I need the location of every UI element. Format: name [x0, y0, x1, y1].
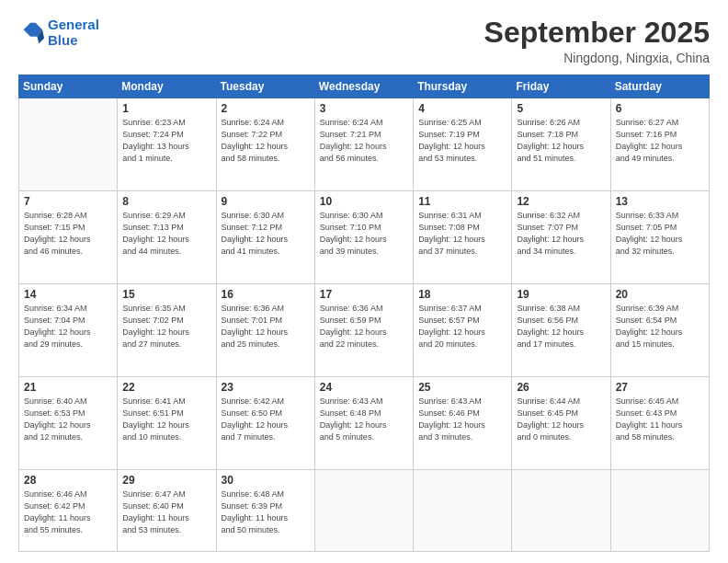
- day-info: Sunrise: 6:25 AM Sunset: 7:19 PM Dayligh…: [418, 117, 506, 165]
- calendar-cell: [610, 470, 709, 552]
- calendar-cell: 12Sunrise: 6:32 AM Sunset: 7:07 PM Dayli…: [512, 191, 610, 284]
- month-title: September 2025: [484, 17, 710, 49]
- day-number: 1: [122, 102, 210, 115]
- day-info: Sunrise: 6:41 AM Sunset: 6:51 PM Dayligh…: [122, 396, 210, 443]
- day-info: Sunrise: 6:32 AM Sunset: 7:07 PM Dayligh…: [517, 210, 605, 258]
- day-number: 6: [616, 102, 704, 115]
- day-number: 8: [122, 195, 210, 208]
- calendar-cell: 10Sunrise: 6:30 AM Sunset: 7:10 PM Dayli…: [314, 191, 413, 284]
- calendar-cell: [19, 98, 118, 191]
- calendar-cell: 9Sunrise: 6:30 AM Sunset: 7:12 PM Daylig…: [216, 191, 314, 284]
- week-row-5: 28Sunrise: 6:46 AM Sunset: 6:42 PM Dayli…: [19, 470, 710, 552]
- day-number: 29: [122, 474, 210, 487]
- day-info: Sunrise: 6:46 AM Sunset: 6:42 PM Dayligh…: [24, 488, 112, 536]
- day-info: Sunrise: 6:31 AM Sunset: 7:08 PM Dayligh…: [418, 210, 506, 258]
- day-info: Sunrise: 6:29 AM Sunset: 7:13 PM Dayligh…: [122, 210, 210, 258]
- day-number: 18: [418, 288, 506, 301]
- day-number: 4: [418, 102, 506, 115]
- calendar-cell: 28Sunrise: 6:46 AM Sunset: 6:42 PM Dayli…: [19, 470, 118, 552]
- header: General Blue September 2025 Ningdong, Ni…: [18, 17, 710, 65]
- day-number: 27: [616, 381, 704, 394]
- day-info: Sunrise: 6:33 AM Sunset: 7:05 PM Dayligh…: [616, 210, 704, 258]
- calendar-cell: 3Sunrise: 6:24 AM Sunset: 7:21 PM Daylig…: [314, 98, 413, 191]
- day-number: 14: [24, 288, 112, 301]
- calendar-cell: 16Sunrise: 6:36 AM Sunset: 7:01 PM Dayli…: [216, 284, 314, 377]
- calendar-cell: 13Sunrise: 6:33 AM Sunset: 7:05 PM Dayli…: [610, 191, 709, 284]
- day-number: 28: [24, 474, 112, 487]
- day-info: Sunrise: 6:38 AM Sunset: 6:56 PM Dayligh…: [517, 303, 605, 350]
- calendar-cell: 17Sunrise: 6:36 AM Sunset: 6:59 PM Dayli…: [314, 284, 413, 377]
- day-info: Sunrise: 6:34 AM Sunset: 7:04 PM Dayligh…: [24, 303, 112, 350]
- calendar-cell: 6Sunrise: 6:27 AM Sunset: 7:16 PM Daylig…: [610, 98, 709, 191]
- day-info: Sunrise: 6:39 AM Sunset: 6:54 PM Dayligh…: [616, 303, 704, 350]
- title-block: September 2025 Ningdong, Ningxia, China: [484, 17, 710, 65]
- week-row-4: 21Sunrise: 6:40 AM Sunset: 6:53 PM Dayli…: [19, 377, 710, 470]
- week-row-3: 14Sunrise: 6:34 AM Sunset: 7:04 PM Dayli…: [19, 284, 710, 377]
- calendar-cell: 15Sunrise: 6:35 AM Sunset: 7:02 PM Dayli…: [118, 284, 216, 377]
- page: General Blue September 2025 Ningdong, Ni…: [0, 0, 728, 563]
- calendar-cell: 14Sunrise: 6:34 AM Sunset: 7:04 PM Dayli…: [19, 284, 118, 377]
- weekday-tuesday: Tuesday: [216, 75, 314, 98]
- calendar-table: SundayMondayTuesdayWednesdayThursdayFrid…: [18, 75, 710, 552]
- day-info: Sunrise: 6:27 AM Sunset: 7:16 PM Dayligh…: [616, 117, 704, 165]
- weekday-friday: Friday: [512, 75, 610, 98]
- calendar-cell: 2Sunrise: 6:24 AM Sunset: 7:22 PM Daylig…: [216, 98, 314, 191]
- day-number: 25: [418, 381, 506, 394]
- logo-icon: [18, 19, 44, 45]
- day-number: 23: [222, 381, 310, 394]
- day-number: 19: [517, 288, 605, 301]
- day-info: Sunrise: 6:26 AM Sunset: 7:18 PM Dayligh…: [517, 117, 605, 165]
- day-info: Sunrise: 6:24 AM Sunset: 7:21 PM Dayligh…: [320, 117, 408, 165]
- calendar-cell: 26Sunrise: 6:44 AM Sunset: 6:45 PM Dayli…: [512, 377, 610, 470]
- calendar-cell: 30Sunrise: 6:48 AM Sunset: 6:39 PM Dayli…: [216, 470, 314, 552]
- day-info: Sunrise: 6:43 AM Sunset: 6:48 PM Dayligh…: [320, 396, 408, 443]
- day-info: Sunrise: 6:36 AM Sunset: 6:59 PM Dayligh…: [320, 303, 408, 350]
- calendar-cell: 8Sunrise: 6:29 AM Sunset: 7:13 PM Daylig…: [118, 191, 216, 284]
- logo: General Blue: [18, 17, 99, 49]
- day-number: 7: [24, 195, 112, 208]
- calendar-cell: 11Sunrise: 6:31 AM Sunset: 7:08 PM Dayli…: [414, 191, 512, 284]
- day-info: Sunrise: 6:37 AM Sunset: 6:57 PM Dayligh…: [418, 303, 506, 350]
- calendar-cell: [512, 470, 610, 552]
- calendar-cell: 4Sunrise: 6:25 AM Sunset: 7:19 PM Daylig…: [414, 98, 512, 191]
- weekday-saturday: Saturday: [610, 75, 709, 98]
- day-info: Sunrise: 6:43 AM Sunset: 6:46 PM Dayligh…: [418, 396, 506, 443]
- calendar-cell: 29Sunrise: 6:47 AM Sunset: 6:40 PM Dayli…: [118, 470, 216, 552]
- day-info: Sunrise: 6:45 AM Sunset: 6:43 PM Dayligh…: [616, 396, 704, 443]
- calendar-cell: 5Sunrise: 6:26 AM Sunset: 7:18 PM Daylig…: [512, 98, 610, 191]
- logo-line1: General: [48, 17, 99, 32]
- day-number: 13: [616, 195, 704, 208]
- day-info: Sunrise: 6:40 AM Sunset: 6:53 PM Dayligh…: [24, 396, 112, 443]
- day-number: 9: [222, 195, 310, 208]
- day-number: 20: [616, 288, 704, 301]
- day-number: 17: [320, 288, 408, 301]
- calendar-cell: 1Sunrise: 6:23 AM Sunset: 7:24 PM Daylig…: [118, 98, 216, 191]
- day-number: 16: [222, 288, 310, 301]
- calendar-cell: 7Sunrise: 6:28 AM Sunset: 7:15 PM Daylig…: [19, 191, 118, 284]
- day-number: 26: [517, 381, 605, 394]
- day-info: Sunrise: 6:42 AM Sunset: 6:50 PM Dayligh…: [222, 396, 310, 443]
- day-info: Sunrise: 6:48 AM Sunset: 6:39 PM Dayligh…: [222, 488, 310, 536]
- weekday-wednesday: Wednesday: [314, 75, 413, 98]
- calendar-cell: 20Sunrise: 6:39 AM Sunset: 6:54 PM Dayli…: [610, 284, 709, 377]
- week-row-1: 1Sunrise: 6:23 AM Sunset: 7:24 PM Daylig…: [19, 98, 710, 191]
- weekday-monday: Monday: [118, 75, 216, 98]
- weekday-thursday: Thursday: [414, 75, 512, 98]
- weekday-sunday: Sunday: [19, 75, 118, 98]
- calendar-cell: 18Sunrise: 6:37 AM Sunset: 6:57 PM Dayli…: [414, 284, 512, 377]
- day-info: Sunrise: 6:35 AM Sunset: 7:02 PM Dayligh…: [122, 303, 210, 350]
- calendar-cell: 27Sunrise: 6:45 AM Sunset: 6:43 PM Dayli…: [610, 377, 709, 470]
- day-number: 21: [24, 381, 112, 394]
- calendar-cell: 21Sunrise: 6:40 AM Sunset: 6:53 PM Dayli…: [19, 377, 118, 470]
- week-row-2: 7Sunrise: 6:28 AM Sunset: 7:15 PM Daylig…: [19, 191, 710, 284]
- day-number: 24: [320, 381, 408, 394]
- calendar-cell: [414, 470, 512, 552]
- calendar-cell: [314, 470, 413, 552]
- day-info: Sunrise: 6:24 AM Sunset: 7:22 PM Dayligh…: [222, 117, 310, 165]
- day-number: 22: [122, 381, 210, 394]
- calendar-cell: 25Sunrise: 6:43 AM Sunset: 6:46 PM Dayli…: [414, 377, 512, 470]
- day-info: Sunrise: 6:30 AM Sunset: 7:12 PM Dayligh…: [222, 210, 310, 258]
- day-info: Sunrise: 6:28 AM Sunset: 7:15 PM Dayligh…: [24, 210, 112, 258]
- day-info: Sunrise: 6:47 AM Sunset: 6:40 PM Dayligh…: [122, 488, 210, 536]
- location: Ningdong, Ningxia, China: [484, 51, 710, 65]
